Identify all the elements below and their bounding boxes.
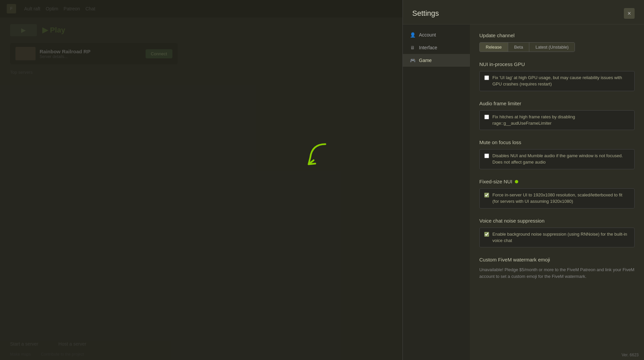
nav-item-account[interactable]: 👤 Account <box>403 28 470 41</box>
channel-btn-beta[interactable]: Beta <box>508 43 530 52</box>
nav-label-interface: Interface <box>419 45 437 50</box>
fixed-nui-checkbox[interactable] <box>484 193 489 197</box>
channel-btn-latest[interactable]: Latest (Unstable) <box>529 43 575 52</box>
custom-emoji-unavailable: Unavailable! Pledge $5/month or more to … <box>479 266 635 280</box>
audio-frame-checkbox[interactable] <box>484 115 489 119</box>
nav-label-game: Game <box>419 58 432 63</box>
audio-frame-option: Fix hitches at high frame rates by disab… <box>479 110 635 130</box>
mute-focus-label: Disables NUI and Mumble audio if the gam… <box>492 153 630 166</box>
version-label: Ver. 6623 <box>622 353 639 357</box>
section-fixed-nui: Fixed-size NUI Force in-server UI to 192… <box>479 179 635 208</box>
section-audio-frame: Audio frame limiter Fix hitches at high … <box>479 101 635 130</box>
fixed-nui-status-dot <box>515 180 518 183</box>
close-button[interactable]: × <box>624 8 635 19</box>
interface-icon: 🖥 <box>410 45 416 51</box>
section-custom-emoji: Custom FiveM watermark emoji Unavailable… <box>479 257 635 280</box>
settings-content: Update channel Release Beta Latest (Unst… <box>470 24 644 360</box>
settings-nav: 👤 Account 🖥 Interface 🎮 Game <box>403 24 470 360</box>
section-title-voice-noise: Voice chat noise suppression <box>479 218 635 224</box>
channel-buttons: Release Beta Latest (Unstable) <box>479 42 575 52</box>
section-title-audio-frame: Audio frame limiter <box>479 101 635 106</box>
voice-noise-label: Enable background noise suppression (usi… <box>492 231 630 244</box>
section-mute-focus: Mute on focus loss Disables NUI and Mumb… <box>479 139 635 169</box>
nui-gpu-label: Fix 'UI lag' at high GPU usage, but may … <box>492 75 630 87</box>
fixed-nui-label: Force in-server UI to 1920x1080 resoluti… <box>492 192 630 205</box>
mute-focus-option: Disables NUI and Mumble audio if the gam… <box>479 149 635 169</box>
audio-frame-label: Fix hitches at high frame rates by disab… <box>492 114 630 127</box>
nui-gpu-option: Fix 'UI lag' at high GPU usage, but may … <box>479 71 635 91</box>
fixed-nui-title-row: Fixed-size NUI <box>479 179 635 184</box>
nav-item-interface[interactable]: 🖥 Interface <box>403 41 470 54</box>
voice-noise-option: Enable background noise suppression (usi… <box>479 228 635 248</box>
section-title-mute-focus: Mute on focus loss <box>479 139 635 145</box>
game-icon: 🎮 <box>410 57 416 63</box>
channel-btn-release[interactable]: Release <box>480 43 508 52</box>
nui-gpu-checkbox[interactable] <box>484 75 489 80</box>
nav-item-game[interactable]: 🎮 Game <box>403 54 470 67</box>
nav-label-account: Account <box>419 32 436 38</box>
account-icon: 👤 <box>410 32 416 38</box>
section-title-custom-emoji: Custom FiveM watermark emoji <box>479 257 635 262</box>
mute-focus-checkbox[interactable] <box>484 154 489 158</box>
section-title-fixed-nui: Fixed-size NUI <box>479 179 512 184</box>
section-update-channel: Update channel Release Beta Latest (Unst… <box>479 33 635 52</box>
section-title-update-channel: Update channel <box>479 33 635 38</box>
section-nui-gpu: NUI in-process GPU Fix 'UI lag' at high … <box>479 61 635 91</box>
modal-body: 👤 Account 🖥 Interface 🎮 Game Update chan… <box>403 24 644 360</box>
section-voice-noise: Voice chat noise suppression Enable back… <box>479 218 635 248</box>
modal-title: Settings <box>412 9 439 18</box>
section-title-nui-gpu: NUI in-process GPU <box>479 61 635 67</box>
modal-backdrop: Settings × 👤 Account 🖥 Interface 🎮 Game <box>0 0 644 360</box>
voice-noise-checkbox[interactable] <box>484 232 489 237</box>
fixed-nui-option: Force in-server UI to 1920x1080 resoluti… <box>479 188 635 208</box>
settings-modal: Settings × 👤 Account 🖥 Interface 🎮 Game <box>402 0 644 360</box>
modal-header: Settings × <box>403 0 644 24</box>
